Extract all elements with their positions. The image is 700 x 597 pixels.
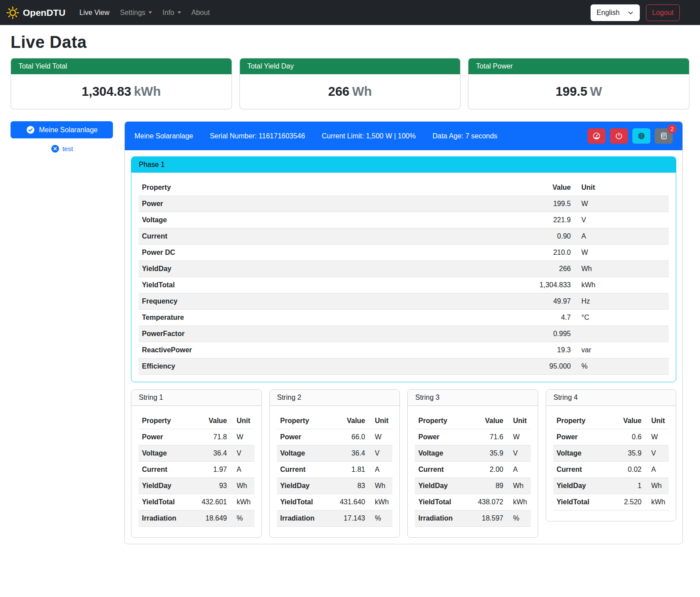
unit-cell: °C [574, 310, 669, 326]
table-row: YieldTotal438.072kWh [415, 494, 531, 510]
table-row: YieldDay89Wh [415, 478, 531, 494]
value-cell: 4.7 [522, 310, 574, 326]
event-log-button[interactable]: 2 [655, 128, 673, 144]
value-cell: 66.0 [331, 429, 369, 445]
property-cell: Current [138, 462, 193, 478]
device-info-button[interactable] [632, 128, 650, 144]
table-row: Power DC210.0W [138, 245, 669, 261]
column-value: Value [469, 413, 507, 429]
string-table: Property Value Unit Power71.8WVoltage36.… [138, 413, 254, 527]
unit-cell: kWh [231, 494, 254, 510]
value-cell: 93 [193, 478, 231, 494]
unit-cell: A [231, 462, 254, 478]
card-title: Total Power [468, 58, 689, 74]
string-table: Property Value Unit Power66.0WVoltage36.… [277, 413, 393, 527]
property-cell: YieldDay [138, 478, 193, 494]
inverter-selected-label: Meine Solaranlage [39, 126, 98, 134]
table-row: Frequency49.97Hz [138, 293, 669, 310]
column-property: Property [277, 413, 331, 429]
summary-cards: Total Yield Total 1,304.83kWh Total Yiel… [11, 58, 689, 109]
value-cell: 2.520 [607, 494, 645, 510]
language-select-value: English [597, 9, 620, 17]
unit-cell: W [231, 429, 254, 445]
card-unit: Wh [352, 84, 372, 98]
table-row: YieldTotal431.640kWh [277, 494, 393, 510]
property-cell: Temperature [138, 310, 522, 326]
cpu-icon [637, 132, 646, 140]
nav-item-settings[interactable]: Settings [116, 5, 156, 20]
string-panel: String 1 Property Value Unit Power71.8WV… [131, 389, 262, 538]
value-cell: 0.02 [607, 462, 645, 478]
event-count-badge: 2 [667, 124, 677, 134]
property-cell: Current [138, 228, 522, 245]
table-row: Voltage36.4V [277, 445, 393, 462]
table-row: Power199.5W [138, 196, 669, 212]
property-cell: Power DC [138, 245, 522, 261]
value-cell: 0.6 [607, 429, 645, 445]
property-cell: Power [553, 429, 608, 445]
value-cell: 1,304.833 [522, 277, 574, 293]
unit-cell: W [645, 429, 669, 445]
x-circle-icon [51, 144, 60, 153]
property-cell: Voltage [138, 445, 193, 462]
value-cell: 266 [522, 261, 574, 277]
inverter-selected-button[interactable]: Meine Solaranlage [11, 121, 113, 138]
power-button[interactable] [610, 128, 628, 144]
value-cell: 36.4 [193, 445, 231, 462]
column-property: Property [553, 413, 608, 429]
card-title: Total Yield Total [11, 58, 232, 74]
unit-cell: Wh [645, 478, 669, 494]
language-select[interactable]: English [591, 4, 640, 21]
unit-cell: kWh [369, 494, 392, 510]
table-row: YieldDay266Wh [138, 261, 669, 277]
value-cell: 438.072 [469, 494, 507, 510]
caret-down-icon [178, 11, 181, 14]
phase-panel: Phase 1 Property Value Unit Power199.5WV… [131, 156, 676, 382]
column-unit: Unit [574, 180, 669, 196]
nav-item-about[interactable]: About [188, 5, 214, 20]
unit-cell: % [507, 510, 531, 527]
value-cell: 1.97 [193, 462, 231, 478]
table-header-row: Property Value Unit [553, 413, 669, 429]
table-row: Irradiation18.597% [415, 510, 531, 527]
property-cell: Frequency [138, 293, 522, 310]
logout-button[interactable]: Logout [646, 4, 680, 21]
unit-cell: V [574, 212, 669, 228]
card-unit: W [590, 84, 602, 98]
card-value-row: 199.5W [468, 74, 689, 109]
card-value: 199.5 [555, 84, 588, 98]
page-title: Live Data [11, 33, 689, 52]
column-value: Value [522, 180, 574, 196]
phase-table: Property Value Unit Power199.5WVoltage22… [138, 180, 669, 375]
unit-cell: var [574, 342, 669, 358]
unit-cell: % [369, 510, 392, 527]
table-row: Temperature4.7°C [138, 310, 669, 326]
limit-settings-button[interactable] [588, 128, 606, 144]
property-cell: YieldTotal [553, 494, 608, 510]
unit-cell: W [369, 429, 392, 445]
value-cell: 95.000 [522, 358, 574, 375]
brand[interactable]: OpenDTU [6, 6, 65, 19]
unit-cell: V [507, 445, 531, 462]
nav-item-live-view[interactable]: Live View [76, 5, 113, 20]
property-cell: ReactivePower [138, 342, 522, 358]
unit-cell: Wh [231, 478, 254, 494]
value-cell: 49.97 [522, 293, 574, 310]
table-row: Power71.8W [138, 429, 254, 445]
navbar: OpenDTU Live ViewSettingsInfoAbout Engli… [0, 0, 700, 25]
inverter-other-item[interactable]: test [11, 144, 113, 153]
inverter-data-age: Data Age: 7 seconds [432, 132, 497, 140]
value-cell: 18.649 [193, 510, 231, 527]
table-row: Voltage221.9V [138, 212, 669, 228]
property-cell: Voltage [138, 212, 522, 228]
inverter-panel-header: Meine Solaranlage Serial Number: 1161716… [125, 122, 682, 150]
nav-item-info[interactable]: Info [159, 5, 185, 20]
column-unit: Unit [645, 413, 669, 429]
inverter-panel: Meine Solaranlage Serial Number: 1161716… [124, 121, 683, 544]
strings-row: String 1 Property Value Unit Power71.8WV… [131, 389, 676, 538]
property-cell: YieldTotal [138, 494, 193, 510]
table-row: Irradiation18.649% [138, 510, 254, 527]
card-value: 1,304.83 [82, 84, 131, 98]
property-cell: YieldDay [138, 261, 522, 277]
value-cell: 1 [607, 478, 645, 494]
